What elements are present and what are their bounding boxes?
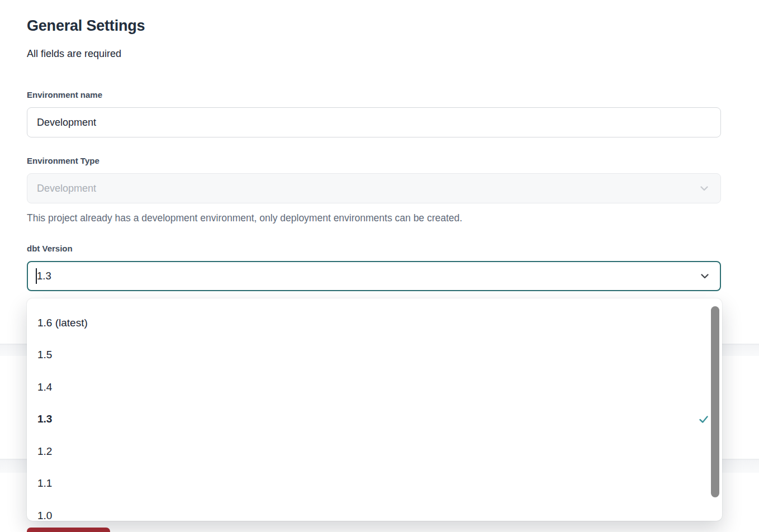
dropdown-options: 1.6 (latest)1.51.41.31.21.11.0 (27, 307, 722, 521)
dropdown-option[interactable]: 1.1 (27, 468, 722, 500)
dropdown-option[interactable]: 1.0 (27, 500, 722, 521)
dropdown-option[interactable]: 1.2 (27, 435, 722, 468)
environment-type-value: Development (37, 183, 96, 194)
dropdown-option[interactable]: 1.5 (27, 339, 722, 372)
dropdown-option-label: 1.4 (37, 381, 52, 393)
chevron-down-icon (698, 182, 710, 194)
dropdown-option-label: 1.5 (37, 349, 52, 361)
dbt-version-label: dbt Version (27, 243, 721, 254)
dropdown-option-label: 1.3 (37, 413, 52, 425)
danger-button[interactable] (27, 528, 110, 532)
check-icon (698, 413, 710, 425)
dbt-version-dropdown: 1.6 (latest)1.51.41.31.21.11.0 (27, 298, 722, 521)
dbt-version-combobox[interactable] (27, 261, 721, 291)
dropdown-option[interactable]: 1.6 (latest) (27, 307, 722, 339)
dropdown-option-label: 1.2 (37, 445, 52, 458)
text-cursor (36, 268, 37, 284)
dbt-version-group: dbt Version (27, 243, 721, 291)
environment-type-select: Development (27, 173, 721, 203)
environment-type-label: Environment Type (27, 155, 721, 167)
environment-type-group: Environment Type Development This projec… (27, 155, 721, 225)
dropdown-option-label: 1.1 (37, 477, 52, 490)
environment-type-helper: This project already has a development e… (27, 212, 721, 225)
environment-name-group: Environment name (27, 89, 721, 137)
dropdown-option-label: 1.0 (37, 510, 52, 521)
dropdown-scrollbar-thumb[interactable] (711, 306, 719, 497)
page-title: General Settings (27, 17, 721, 35)
page-subtitle: All fields are required (27, 48, 721, 60)
dropdown-option[interactable]: 1.3 (27, 403, 722, 436)
environment-name-input[interactable] (27, 107, 721, 137)
dropdown-option-label: 1.6 (latest) (37, 317, 88, 329)
general-settings-form: General Settings All fields are required… (27, 0, 721, 291)
environment-name-label: Environment name (27, 89, 721, 101)
dropdown-option[interactable]: 1.4 (27, 371, 722, 403)
